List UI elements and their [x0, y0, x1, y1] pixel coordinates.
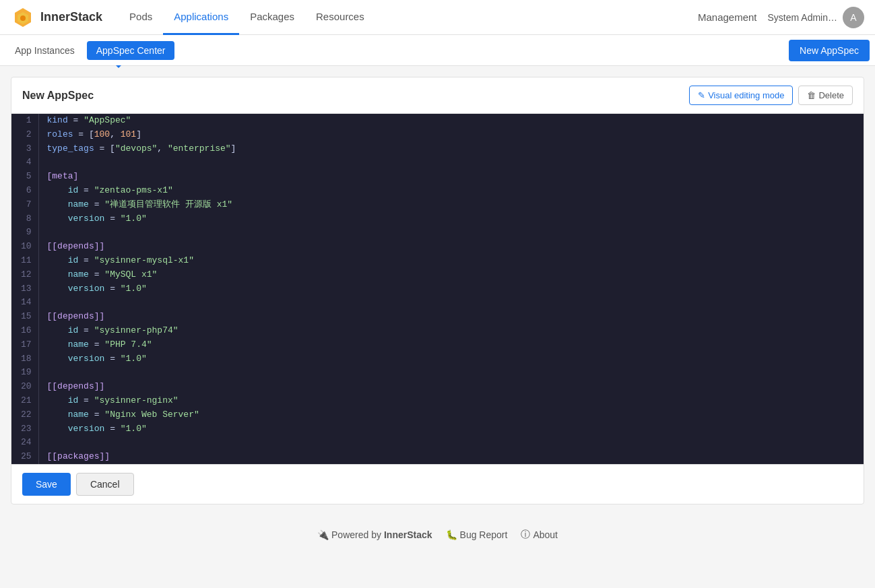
line-code: [meta]: [38, 170, 864, 184]
table-row: 22 name = "Nginx Web Server": [11, 408, 864, 422]
line-code: name = "禅道项目管理软件 开源版 x1": [38, 198, 864, 212]
powered-by-link[interactable]: 🔌 Powered by InnerStack: [317, 529, 432, 541]
table-row: 4: [11, 156, 864, 170]
page-footer: 🔌 Powered by InnerStack 🐛 Bug Report ⓘ A…: [0, 515, 875, 554]
table-row: 1kind = "AppSpec": [11, 114, 864, 128]
code-token: "禅道项目管理软件 开源版 x1": [104, 199, 232, 209]
code-editor[interactable]: 1kind = "AppSpec"2roles = [100, 101]3typ…: [11, 114, 864, 464]
code-token: [[depends]]: [47, 381, 105, 391]
delete-label: Delete: [818, 90, 844, 100]
code-token: "zentao-pms-x1": [94, 185, 173, 195]
about-link[interactable]: ⓘ About: [521, 529, 558, 541]
line-number: 3: [11, 142, 38, 156]
nav-user[interactable]: System Admin… A: [768, 7, 864, 28]
line-number: 5: [11, 170, 38, 184]
tab-app-instances[interactable]: App Instances: [5, 41, 84, 60]
line-number: 13: [11, 282, 38, 296]
nav-links: Pods Applications Packages Resources: [119, 0, 375, 35]
tab-appspec-center[interactable]: AppSpec Center: [87, 41, 175, 60]
table-row: 15[[depends]]: [11, 310, 864, 324]
code-token: ,: [110, 129, 121, 139]
line-code: id = "sysinner-nginx": [38, 394, 864, 408]
code-token: =: [89, 410, 104, 420]
nav-pods[interactable]: Pods: [119, 0, 163, 35]
card-title: New AppSpec: [22, 90, 94, 102]
bug-report-label: Bug Report: [460, 529, 508, 540]
visual-edit-label: Visual editing mode: [708, 90, 784, 100]
new-appspec-card: New AppSpec ✎ Visual editing mode 🗑 Dele…: [11, 77, 864, 504]
save-button[interactable]: Save: [22, 473, 71, 496]
table-row: 23 version = "1.0": [11, 422, 864, 436]
line-code: [[depends]]: [38, 380, 864, 394]
about-label: About: [533, 529, 558, 540]
line-number: 12: [11, 268, 38, 282]
line-code: [[depends]]: [38, 240, 864, 254]
line-number: 25: [11, 450, 38, 464]
info-icon: ⓘ: [521, 529, 530, 541]
delete-button[interactable]: 🗑 Delete: [798, 86, 853, 105]
navbar: InnerStack Pods Applications Packages Re…: [0, 0, 875, 35]
bug-icon: 🐛: [446, 529, 457, 540]
table-row: 10[[depends]]: [11, 240, 864, 254]
code-scroll[interactable]: 1kind = "AppSpec"2roles = [100, 101]3typ…: [11, 114, 864, 464]
code-token: =: [104, 214, 120, 224]
code-token: version: [47, 354, 105, 364]
line-number: 10: [11, 240, 38, 254]
line-number: 23: [11, 422, 38, 436]
cancel-button[interactable]: Cancel: [76, 473, 134, 496]
code-table: 1kind = "AppSpec"2roles = [100, 101]3typ…: [11, 114, 864, 464]
line-number: 4: [11, 156, 38, 170]
table-row: 24: [11, 436, 864, 450]
nav-resources[interactable]: Resources: [305, 0, 375, 35]
avatar: A: [843, 7, 864, 28]
code-token: roles: [47, 129, 73, 139]
code-token: = [: [94, 143, 115, 154]
code-token: =: [78, 255, 94, 265]
code-token: =: [78, 325, 94, 335]
table-row: 21 id = "sysinner-nginx": [11, 394, 864, 408]
line-code: version = "1.0": [38, 282, 864, 296]
code-token: [[depends]]: [47, 311, 105, 321]
code-token: "PHP 7.4": [104, 339, 152, 350]
table-row: 9: [11, 226, 864, 240]
line-number: 7: [11, 198, 38, 212]
code-token: "1.0": [121, 214, 147, 224]
code-token: [meta]: [47, 171, 79, 181]
logo-icon: [11, 5, 35, 30]
nav-management[interactable]: Management: [698, 11, 757, 23]
bug-report-link[interactable]: 🐛 Bug Report: [446, 529, 508, 541]
nav-packages[interactable]: Packages: [239, 0, 305, 35]
nav-user-name: System Admin…: [768, 12, 837, 23]
line-number: 16: [11, 324, 38, 338]
nav-applications[interactable]: Applications: [163, 0, 239, 35]
line-code: roles = [100, 101]: [38, 128, 864, 142]
code-token: version: [47, 424, 105, 434]
code-token: "sysinner-php74": [94, 325, 179, 335]
table-row: 2roles = [100, 101]: [11, 128, 864, 142]
line-number: 17: [11, 338, 38, 352]
code-token: "sysinner-nginx": [94, 395, 179, 405]
code-token: name: [47, 199, 89, 209]
line-code: name = "PHP 7.4": [38, 338, 864, 352]
code-token: ]: [136, 129, 141, 139]
code-token: ]: [231, 143, 236, 154]
line-number: 8: [11, 212, 38, 226]
code-token: =: [89, 269, 104, 280]
navbar-logo[interactable]: InnerStack: [11, 5, 102, 30]
line-number: 11: [11, 254, 38, 268]
line-code: version = "1.0": [38, 422, 864, 436]
code-token: 100: [94, 129, 110, 139]
line-number: 18: [11, 352, 38, 366]
delete-icon: 🗑: [807, 90, 816, 100]
code-token: name: [47, 339, 89, 350]
table-row: 12 name = "MySQL x1": [11, 268, 864, 282]
code-token: =: [78, 395, 94, 405]
code-token: "1.0": [121, 424, 147, 434]
visual-edit-button[interactable]: ✎ Visual editing mode: [689, 86, 793, 105]
line-code: kind = "AppSpec": [38, 114, 864, 128]
code-token: [[depends]]: [47, 241, 105, 251]
line-number: 9: [11, 226, 38, 240]
code-token: name: [47, 269, 89, 280]
new-appspec-button[interactable]: New AppSpec: [789, 40, 870, 61]
subnav-right: New AppSpec: [789, 40, 870, 61]
